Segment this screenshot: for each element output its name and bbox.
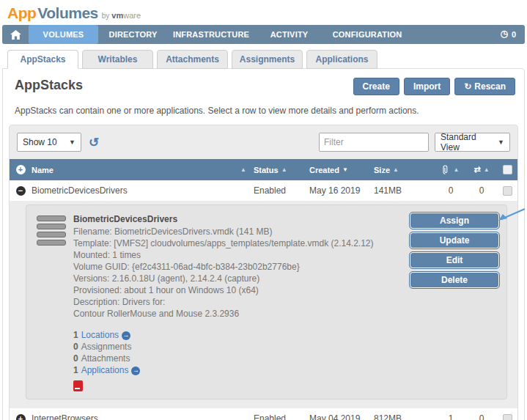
- table-header: + Name ▲ Status ▲ Created ▼ Size ▲: [10, 159, 517, 180]
- locations-line: 1 Locations →: [73, 330, 498, 341]
- row-name: BiometricDevicesDrivers: [32, 185, 254, 196]
- controls-right: Standard View ▼: [319, 133, 510, 152]
- detail-description-2: Contour RollerMouse and Mouse 2.3.2936: [73, 309, 498, 320]
- detail-action-buttons: Assign Update Edit Delete: [410, 213, 499, 288]
- detail-description: Description: Drivers for:: [73, 297, 498, 308]
- column-header-created[interactable]: Created ▼: [309, 166, 374, 174]
- show-entries-select[interactable]: Show 10 ▼: [17, 133, 81, 152]
- applications-count: 1: [73, 365, 78, 376]
- sort-asc-icon[interactable]: ▲: [393, 166, 399, 173]
- expand-row-cell[interactable]: +: [10, 414, 32, 420]
- appstacks-panel: Show 10 ▼ ↺ Standard View ▼ +: [9, 125, 518, 420]
- home-button[interactable]: [2, 25, 29, 44]
- table-controls: Show 10 ▼ ↺ Standard View ▼: [10, 133, 517, 159]
- column-header-attachments[interactable]: ▲: [435, 165, 466, 174]
- tab-assignments[interactable]: Assignments: [232, 50, 303, 69]
- update-button[interactable]: Update: [410, 232, 499, 248]
- sort-desc-icon[interactable]: ▼: [342, 166, 348, 173]
- row-attachments-count: 1: [435, 413, 466, 420]
- detail-counts: 1 Locations → 0 Assignments 0 Attachment…: [73, 330, 498, 391]
- page-description: AppStacks can contain one or more applic…: [9, 95, 518, 125]
- activity-indicator[interactable]: ◷ 0: [500, 25, 525, 44]
- app-volumes-page: App Volumes by vm ware VOLUMES DIRECTORY…: [0, 0, 527, 420]
- table-row-internetbrowsers[interactable]: + InternetBrowsers Enabled May 04 2019 8…: [10, 408, 517, 420]
- transfer-arrows-icon: ⇄: [473, 165, 480, 174]
- nav-item-volumes[interactable]: VOLUMES: [29, 25, 98, 44]
- logo-vmware-light: ware: [123, 11, 141, 20]
- attachments-label: Attachments: [81, 353, 130, 364]
- column-header-assignments[interactable]: ⇄ ▲: [466, 165, 497, 174]
- nav-item-directory[interactable]: DIRECTORY: [98, 25, 168, 44]
- tab-applications[interactable]: Applications: [306, 50, 377, 69]
- row-checkbox[interactable]: [503, 414, 512, 420]
- sort-asc-icon[interactable]: ▲: [484, 166, 490, 173]
- chevron-down-icon: ▼: [498, 139, 504, 146]
- row-checkbox[interactable]: [503, 186, 512, 196]
- sort-asc-icon[interactable]: ▲: [281, 166, 287, 173]
- expand-all-icon[interactable]: +: [16, 165, 26, 174]
- home-icon: [10, 30, 21, 40]
- row-status: Enabled: [254, 185, 309, 196]
- row-size: 812MB: [374, 413, 435, 420]
- attachments-line: 0 Attachments: [73, 353, 498, 364]
- volume-stack-icon: [37, 215, 66, 391]
- show-entries-value: Show 10: [23, 137, 57, 147]
- table-row-biometricdevicesdrivers[interactable]: − BiometricDevicesDrivers Enabled May 16…: [10, 180, 517, 201]
- row-attachments-count: 0: [435, 185, 466, 196]
- refresh-icon[interactable]: ↺: [89, 136, 99, 149]
- column-header-size[interactable]: Size ▲: [374, 166, 435, 174]
- go-arrow-icon[interactable]: →: [131, 366, 140, 375]
- row-size: 141MB: [374, 185, 435, 196]
- row-assignments-count: 0: [466, 185, 497, 196]
- chevron-down-icon: ▼: [69, 139, 75, 146]
- filter-input[interactable]: [319, 133, 429, 152]
- assign-button[interactable]: Assign: [410, 213, 499, 229]
- go-arrow-icon[interactable]: →: [122, 331, 130, 340]
- title-row: AppStacks Create Import ↻ Rescan: [9, 76, 518, 95]
- tab-attachments[interactable]: Attachments: [157, 50, 228, 69]
- collapse-row-cell[interactable]: −: [10, 186, 32, 196]
- expand-all-cell[interactable]: +: [10, 165, 32, 174]
- edit-button[interactable]: Edit: [410, 252, 499, 268]
- nav-item-activity[interactable]: ACTIVITY: [254, 25, 324, 44]
- applications-link[interactable]: Applications: [81, 365, 129, 376]
- delete-button[interactable]: Delete: [410, 272, 499, 288]
- expand-row-icon[interactable]: +: [16, 414, 26, 420]
- logo-by: by: [102, 12, 110, 20]
- page-title: AppStacks: [15, 78, 83, 93]
- application-logo-icon[interactable]: [73, 380, 83, 391]
- tab-appstacks[interactable]: AppStacks: [7, 50, 78, 69]
- select-all-checkbox[interactable]: [503, 165, 512, 174]
- row-assignments-count: 0: [466, 413, 497, 420]
- row-status: Enabled: [254, 413, 309, 420]
- size-header-label: Size: [374, 166, 390, 174]
- content-area: AppStacks Create Import ↻ Rescan AppStac…: [2, 68, 525, 420]
- assignments-count: 0: [73, 342, 78, 353]
- rescan-label: Rescan: [474, 81, 506, 92]
- locations-link[interactable]: Locations: [81, 330, 119, 341]
- sort-asc-icon[interactable]: ▲: [240, 166, 246, 173]
- paperclip-icon: [443, 165, 451, 174]
- logo-volumes: Volumes: [37, 4, 97, 22]
- nav-item-infrastructure[interactable]: INFRASTRUCTURE: [168, 25, 254, 44]
- select-all-cell[interactable]: [497, 165, 517, 174]
- rescan-icon: ↻: [464, 81, 471, 92]
- row-created: May 04 2019: [309, 413, 374, 420]
- column-header-status[interactable]: Status ▲: [254, 166, 309, 174]
- locations-count: 1: [73, 330, 78, 341]
- sort-asc-icon[interactable]: ▲: [454, 166, 460, 173]
- nav-spacer: [410, 25, 500, 44]
- tab-writables[interactable]: Writables: [82, 50, 153, 69]
- view-mode-value: Standard View: [441, 132, 490, 152]
- tab-bar: AppStacks Writables Attachments Assignme…: [1, 44, 526, 68]
- collapse-row-icon[interactable]: −: [16, 186, 26, 196]
- import-button[interactable]: Import: [404, 78, 450, 95]
- main-nav: VOLUMES DIRECTORY INFRASTRUCTURE ACTIVIT…: [2, 25, 525, 44]
- column-header-name[interactable]: Name ▲: [32, 166, 254, 174]
- nav-item-configuration[interactable]: CONFIGURATION: [324, 25, 410, 44]
- logo-vmware-bold: vm: [111, 11, 123, 20]
- rescan-button[interactable]: ↻ Rescan: [454, 78, 515, 95]
- create-button[interactable]: Create: [353, 78, 399, 95]
- view-mode-select[interactable]: Standard View ▼: [435, 133, 510, 152]
- appstack-detail-panel: BiometricDevicesDrivers Filename: Biomet…: [26, 205, 507, 399]
